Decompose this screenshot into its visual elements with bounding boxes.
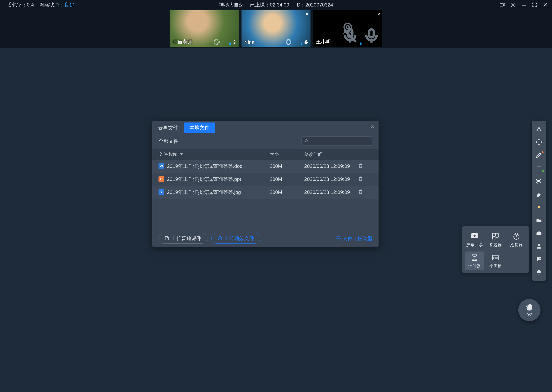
delete-file-icon[interactable] [358,176,373,182]
pen-tool[interactable] [532,148,546,161]
volume-level-icon [301,40,302,45]
col-mtime[interactable]: 修改时间 [304,151,358,157]
settings-icon[interactable] [510,1,516,8]
col-name[interactable]: 文件名称 [159,151,177,157]
sort-desc-icon[interactable] [180,153,183,156]
whiteboard-stage[interactable]: 云盘文件 本地文件 × 全部文件 文件名称 大小 修改时间 [0,48,552,392]
close-window-icon[interactable] [542,1,549,8]
svg-rect-5 [234,40,235,43]
mic-icon[interactable] [232,40,237,45]
file-name: 2019年工作汇报情况查询等等.ppt [167,176,241,182]
upload-animated-button[interactable]: 上传动效文件 [211,233,260,244]
file-type-icon: W [159,163,164,169]
file-name: 2019年工作汇报情况查询等等.doc [167,163,242,170]
svg-line-13 [307,142,308,143]
svg-point-31 [539,259,539,259]
participant-name: 王小明 [316,38,331,45]
svg-point-12 [305,140,307,142]
app-root: 丢包率：0% 网络状态：良好 神秘大自然 已上课：02:34:09 ID：202… [0,0,552,392]
mini-board-button[interactable]: 2+3 小黑板 [486,252,505,270]
svg-point-1 [512,4,514,6]
screen-share-button[interactable]: 屏幕共享 [465,230,484,249]
mic-muted-icon[interactable] [341,27,359,45]
svg-point-27 [538,206,540,208]
tool-panel: 屏幕共享 答题器 抢答器 计时器 2+3 小黑板 [462,226,529,273]
volume-level-icon [229,40,231,45]
supported-types-link[interactable]: 文件支持类型 [336,235,372,242]
file-table-header: 文件名称 大小 修改时间 [152,149,378,160]
top-status-bar: 丢包率：0% 网络状态：良好 神秘大自然 已上课：02:34:09 ID：202… [0,0,552,10]
file-row[interactable]: P2019年工作汇报情况查询等等.ppt200M2020/06/23 12:09… [152,173,378,186]
svg-rect-21 [493,236,495,239]
svg-point-29 [538,244,540,246]
filter-all-files[interactable]: 全部文件 [159,138,178,145]
color-picker-tool[interactable] [532,201,546,214]
file-size: 200M [270,176,304,182]
room-id: ID：2020070324 [295,1,333,8]
volume-level-icon [360,40,362,45]
right-toolbar [532,121,546,280]
mic-icon[interactable] [304,40,309,45]
text-tool[interactable] [532,161,546,175]
svg-rect-20 [496,233,498,236]
expand-icon[interactable] [214,39,220,45]
expand-icon[interactable] [286,39,291,45]
race-answer-button[interactable]: 抢答器 [507,230,526,249]
close-dialog-icon[interactable]: × [371,123,374,130]
move-tool[interactable] [532,135,546,148]
file-row[interactable]: ▲2019年工作汇报情况查询等等.jpg200M2020/06/23 12:09… [152,186,378,199]
svg-point-32 [540,259,541,259]
chat-tool[interactable] [532,253,546,266]
file-mtime: 2020/06/23 12:09:09 [304,189,358,195]
room-title: 神秘大自然 [219,1,244,8]
file-size: 200M [270,189,304,195]
file-type-icon: P [159,176,164,182]
file-mtime: 2020/06/23 12:09:09 [304,176,358,182]
network-status: 网络状态：良好 [39,1,74,8]
svg-rect-28 [537,232,541,235]
delete-file-icon[interactable] [358,189,373,196]
remove-participant-icon[interactable]: × [377,12,380,17]
video-tile[interactable]: × 王小明 [313,10,382,47]
minimize-icon[interactable] [521,1,527,8]
video-tile[interactable]: × Nina [241,10,311,47]
delete-file-icon[interactable] [358,163,373,170]
video-strip: 叮当老师 × Nina × 王小明 [0,10,552,48]
file-name: 2019年工作汇报情况查询等等.jpg [167,189,241,196]
eraser-tool[interactable] [532,188,546,201]
video-tile[interactable]: 叮当老师 [170,10,239,47]
file-dialog: 云盘文件 本地文件 × 全部文件 文件名称 大小 修改时间 [152,121,378,247]
tab-local-files[interactable]: 本地文件 [184,123,215,133]
notification-tool[interactable] [532,266,546,279]
tab-cloud-files[interactable]: 云盘文件 [152,123,184,133]
remove-participant-icon[interactable]: × [305,12,309,17]
col-size[interactable]: 大小 [270,151,304,157]
file-list: W2019年工作汇报情况查询等等.doc200M2020/06/23 12:09… [152,160,378,230]
scissors-tool[interactable] [532,175,546,188]
svg-text:2+3: 2+3 [493,256,498,259]
participants-tool[interactable] [532,240,546,253]
svg-rect-0 [500,3,503,6]
raise-hand-button[interactable]: 0/2 [518,299,540,321]
fullscreen-icon[interactable] [531,1,538,8]
svg-rect-6 [305,40,307,43]
participant-name: Nina [244,39,254,45]
participant-name: 叮当老师 [173,38,192,45]
file-row[interactable]: W2019年工作汇报情况查询等等.doc200M2020/06/23 12:09… [152,160,378,173]
file-mtime: 2020/06/23 12:09:09 [304,163,358,169]
timer-button[interactable]: 计时器 [465,252,484,270]
packet-loss: 丢包率：0% [7,1,34,8]
svg-point-30 [538,259,538,259]
camera-toggle-icon[interactable] [499,1,506,8]
mic-icon[interactable] [363,27,380,45]
laser-pointer-tool[interactable] [532,123,546,135]
file-search-input[interactable] [301,136,372,146]
upload-plain-button[interactable]: 上传普通课件 [159,233,207,244]
toolbox-tool[interactable] [532,227,546,240]
search-icon [304,139,309,143]
svg-rect-19 [493,233,495,236]
file-size: 200M [270,163,304,169]
color-indicator-icon [542,151,544,153]
answer-tool-button[interactable]: 答题器 [486,230,505,249]
folder-tool[interactable] [532,214,546,227]
